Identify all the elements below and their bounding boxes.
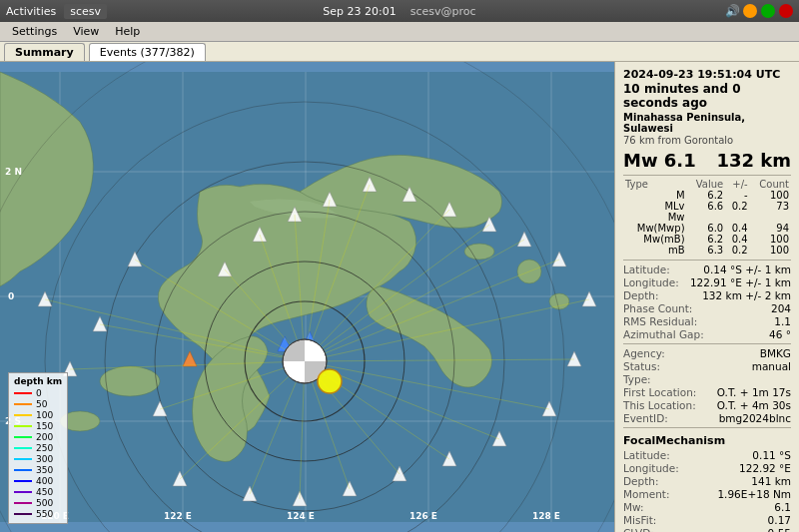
- svg-point-11: [464, 244, 494, 260]
- col-count: Count: [750, 179, 791, 190]
- table-row: M6.2-100: [623, 190, 791, 201]
- tab-events[interactable]: Events (377/382): [89, 43, 206, 61]
- event-distance: 76 km from Gorontalo: [623, 135, 791, 146]
- svg-text:122 E: 122 E: [164, 511, 192, 521]
- fm-longitude-row: Longitude: 122.92 °E: [623, 462, 791, 474]
- longitude-row: Longitude: 122.91 °E +/- 1 km: [623, 276, 791, 288]
- map-panel[interactable]: 120 E 122 E 124 E 126 E 128 E 2 N 0 2 S …: [0, 62, 614, 532]
- svg-text:124 E: 124 E: [287, 511, 315, 521]
- window-title: Sep 23 20:01: [323, 5, 396, 18]
- phase-count-row: Phase Count: 204: [623, 302, 791, 314]
- table-row: Mw: [623, 212, 791, 223]
- menu-view[interactable]: View: [65, 23, 107, 40]
- fm-clvd-row: CLVD: 0.55: [623, 527, 791, 532]
- activities-button[interactable]: Activities: [6, 5, 56, 18]
- azimuthal-row: Azimuthal Gap: 46 °: [623, 328, 791, 340]
- minimize-button[interactable]: [743, 4, 757, 18]
- rms-row: RMS Residual: 1.1: [623, 315, 791, 327]
- col-plusminus: +/-: [725, 179, 749, 190]
- tab-summary[interactable]: Summary: [4, 43, 85, 61]
- col-type: Type: [623, 179, 687, 190]
- hostname: scesv@proc: [410, 5, 476, 18]
- mw-value: Mw 6.1: [623, 150, 696, 171]
- fm-moment-row: Moment: 1.96E+18 Nm: [623, 488, 791, 500]
- event-time-ago: 10 minutes and 0 seconds ago: [623, 82, 791, 110]
- sound-icon[interactable]: 🔊: [725, 4, 739, 18]
- info-panel: 2024-09-23 19:51:04 UTC 10 minutes and 0…: [614, 62, 799, 532]
- tab-bar: Summary Events (377/382): [0, 42, 799, 62]
- fm-misfit-row: MisFit: 0.17: [623, 514, 791, 526]
- svg-point-75: [318, 369, 342, 393]
- maximize-button[interactable]: [761, 4, 775, 18]
- svg-point-13: [549, 293, 569, 309]
- menu-help[interactable]: Help: [107, 23, 148, 40]
- fm-latitude-row: Latitude: 0.11 °S: [623, 449, 791, 461]
- app-name[interactable]: scesv: [64, 4, 107, 19]
- depth-value: 132 km: [716, 150, 791, 171]
- menu-settings[interactable]: Settings: [4, 23, 65, 40]
- menubar: Settings View Help: [0, 22, 799, 42]
- map-background: 120 E 122 E 124 E 126 E 128 E 2 N 0 2 S …: [0, 62, 614, 532]
- magnitude-header: Mw 6.1 132 km: [623, 150, 791, 171]
- table-row: mB6.30.2100: [623, 245, 791, 256]
- event-id-row: EventID: bmg2024blnc: [623, 412, 791, 424]
- svg-text:2 N: 2 N: [5, 167, 22, 177]
- svg-point-9: [100, 366, 160, 396]
- latitude-row: Latitude: 0.14 °S +/- 1 km: [623, 264, 791, 275]
- fm-mw-row: Mw: 6.1: [623, 501, 791, 513]
- status-row: Status: manual: [623, 360, 791, 372]
- col-value: Value: [687, 179, 726, 190]
- map-svg: 120 E 122 E 124 E 126 E 128 E 2 N 0 2 S: [0, 62, 614, 532]
- table-row: Mw(mB)6.20.4100: [623, 234, 791, 245]
- table-row: Mw(Mwp)6.00.494: [623, 223, 791, 234]
- table-row: MLv6.60.273: [623, 201, 791, 212]
- fm-depth-row: Depth: 141 km: [623, 475, 791, 487]
- depth-row: Depth: 132 km +/- 2 km: [623, 289, 791, 301]
- event-location: Minahassa Peninsula, Sulawesi: [623, 112, 791, 134]
- depth-legend: depth km 0 50 100 150 200 250 300 350 40…: [8, 372, 68, 524]
- magnitude-table: Type Value +/- Count M6.2-100 MLv6.60.27…: [623, 179, 791, 256]
- close-button[interactable]: [779, 4, 793, 18]
- focal-mechanism-title: FocalMechanism: [623, 434, 791, 447]
- svg-text:0: 0: [8, 291, 14, 301]
- main-content: 120 E 122 E 124 E 126 E 128 E 2 N 0 2 S …: [0, 62, 799, 532]
- svg-text:128 E: 128 E: [532, 511, 560, 521]
- event-datetime: 2024-09-23 19:51:04 UTC: [623, 68, 791, 81]
- titlebar: Activities scesv Sep 23 20:01 scesv@proc…: [0, 0, 799, 22]
- agency-row: Agency: BMKG: [623, 347, 791, 359]
- type-row: Type:: [623, 373, 791, 385]
- first-loc-row: First Location: O.T. + 1m 17s: [623, 386, 791, 398]
- svg-text:126 E: 126 E: [409, 511, 437, 521]
- this-loc-row: This Location: O.T. + 4m 30s: [623, 399, 791, 411]
